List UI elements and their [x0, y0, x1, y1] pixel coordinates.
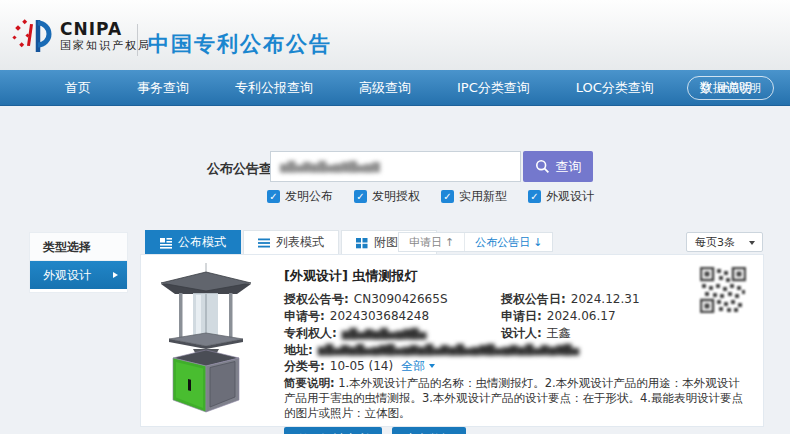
patent-actions: 外观设计专利 事务数据	[284, 427, 704, 434]
search-input-masked-value: ▆█▅▇▆█▅▆▇█▅▆▇	[280, 161, 380, 172]
classification-row: 分类号: 10-05 (14) 全部	[284, 358, 704, 374]
design-patent-button[interactable]: 外观设计专利	[284, 427, 382, 434]
field-label: 分类号:	[284, 358, 325, 374]
filter-label: 实用新型	[459, 188, 507, 205]
results-toolbar: 公布模式 列表模式 附图模式	[140, 228, 764, 254]
filter-label: 发明公布	[285, 188, 333, 205]
filter-label: 外观设计	[546, 188, 594, 205]
field-label: 地址:	[284, 342, 313, 358]
sort-controls: 申请日 ↑ 公布公告日 ↓	[398, 232, 553, 252]
classification-value: 10-05 (14)	[330, 358, 393, 374]
filter-label: 发明授权	[372, 188, 420, 205]
grant-date: 2024.12.31	[571, 291, 640, 308]
header-divider	[137, 24, 138, 56]
expand-all-link[interactable]: 全部	[401, 358, 435, 374]
insect-lamp-image	[149, 263, 264, 419]
sort-by-application-date[interactable]: 申请日 ↑	[399, 233, 464, 251]
filter-invention-publication[interactable]: 发明公布	[267, 188, 333, 205]
nav-item-loc-query[interactable]: LOC分类查询	[553, 79, 677, 97]
publish-mode-icon	[160, 237, 172, 249]
field-label: 授权公告日:	[501, 291, 566, 308]
patent-thumbnail[interactable]	[149, 263, 267, 419]
type-sidebar: 类型选择 外观设计	[30, 233, 127, 292]
nav-item-gazette-query[interactable]: 专利公报查询	[212, 79, 336, 97]
filter-design[interactable]: 外观设计	[528, 188, 594, 205]
page-header: CNIPA 国家知识产权局 中国专利公布公告	[0, 0, 790, 70]
grid-mode-icon	[356, 237, 368, 249]
usage-help-button[interactable]: 使用说明	[687, 76, 774, 100]
application-date: 2024.06.17	[547, 308, 616, 325]
application-number: 2024303684248	[330, 308, 429, 325]
field-label: 申请号:	[284, 308, 325, 325]
search-icon	[535, 159, 550, 174]
main-nav: 首页 事务查询 专利公报查询 高级查询 IPC分类查询 LOC分类查询 数据说明…	[0, 70, 790, 106]
qr-code[interactable]	[700, 267, 746, 313]
sort-label: 公布公告日	[475, 235, 530, 250]
lightbulb-icon	[700, 81, 712, 95]
tab-label: 列表模式	[276, 234, 324, 251]
checkbox-checked-icon[interactable]	[267, 190, 280, 203]
filter-invention-grant[interactable]: 发明授权	[354, 188, 420, 205]
view-mode-tabs: 公布模式 列表模式 附图模式	[145, 230, 439, 254]
filter-utility-model[interactable]: 实用新型	[441, 188, 507, 205]
designer-name: 王鑫	[547, 325, 571, 342]
search-button[interactable]: 查询	[523, 151, 593, 182]
nav-item-transaction-query[interactable]: 事务查询	[114, 79, 212, 97]
sort-by-publication-date[interactable]: 公布公告日 ↓	[464, 233, 552, 251]
chevron-right-icon	[113, 272, 118, 278]
detail-row: 申请号: 2024303684248 申请日: 2024.06.17	[284, 308, 704, 325]
field-label: 专利权人:	[284, 325, 337, 342]
nav-item-ipc-query[interactable]: IPC分类查询	[434, 79, 553, 97]
search-input[interactable]: ▆█▅▇▆█▅▆▇█▅▆▇	[270, 151, 521, 182]
checkbox-checked-icon[interactable]	[441, 190, 454, 203]
results-main: 公布模式 列表模式 附图模式	[140, 228, 764, 427]
address-row: 地址: ▆█▅▇▆█▅▆▇█▅▆▇▆█▅▇▆█▅▆▇█▅▆▇▆█▅▇▆▇█▅	[284, 342, 754, 358]
grant-number: CN309042665S	[354, 291, 448, 308]
page-size-value: 每页3条	[695, 235, 735, 250]
page-size-select[interactable]: 每页3条	[686, 232, 763, 252]
brief-description: 简要说明: 1.本外观设计产品的名称：虫情测报灯。2.本外观设计产品的用途：本外…	[284, 376, 751, 421]
tab-list-mode[interactable]: 列表模式	[243, 230, 339, 254]
field-label: 授权公告号:	[284, 291, 349, 308]
nav-item-advanced-query[interactable]: 高级查询	[336, 79, 434, 97]
patent-info: [外观设计] 虫情测报灯 授权公告号: CN309042665S 授权公告日: …	[284, 267, 704, 434]
list-mode-icon	[258, 237, 270, 249]
patent-title[interactable]: [外观设计] 虫情测报灯	[284, 267, 704, 285]
chevron-down-icon	[429, 364, 435, 368]
detail-row: 授权公告号: CN309042665S 授权公告日: 2024.12.31	[284, 291, 704, 308]
tab-label: 公布模式	[178, 234, 226, 251]
sort-asc-icon: ↑	[445, 236, 454, 249]
transaction-data-button[interactable]: 事务数据	[392, 427, 466, 434]
detail-row: 专利权人: ▆█▅▇▆█▅▆▇█▅ 设计人: 王鑫	[284, 325, 704, 342]
usage-help-label: 使用说明	[717, 81, 761, 96]
checkbox-checked-icon[interactable]	[528, 190, 541, 203]
cnipa-logo: CNIPA 国家知识产权局	[12, 16, 151, 56]
site-title: 中国专利公布公告	[148, 30, 332, 58]
brief-text: 1.本外观设计产品的名称：虫情测报灯。2.本外观设计产品的用途：本外观设计产品用…	[284, 376, 743, 420]
sort-desc-icon: ↓	[533, 236, 542, 249]
chevron-down-icon	[749, 241, 755, 245]
patent-result-card: [外观设计] 虫情测报灯 授权公告号: CN309042665S 授权公告日: …	[140, 254, 764, 427]
sidebar-title: 类型选择	[30, 233, 127, 261]
tab-publish-mode[interactable]: 公布模式	[145, 230, 241, 254]
address-masked: ▆█▅▇▆█▅▆▇█▅▆▇▆█▅▇▆█▅▆▇█▅▆▇▆█▅▇▆▇█▅	[318, 342, 579, 358]
qr-code-image	[700, 267, 746, 313]
patentee-masked: ▆█▅▇▆█▅▆▇█▅	[342, 325, 427, 342]
checkbox-checked-icon[interactable]	[354, 190, 367, 203]
field-label: 设计人:	[501, 325, 542, 342]
search-button-label: 查询	[556, 158, 582, 176]
field-label: 申请日:	[501, 308, 542, 325]
sidebar-item-design[interactable]: 外观设计	[30, 261, 127, 289]
cnipa-logo-icon	[12, 16, 56, 56]
nav-item-home[interactable]: 首页	[42, 79, 114, 97]
publication-type-filters: 发明公布 发明授权 实用新型 外观设计	[267, 188, 615, 205]
brief-label: 简要说明:	[284, 376, 335, 390]
sort-label: 申请日	[409, 235, 442, 250]
sidebar-item-label: 外观设计	[43, 268, 91, 282]
expand-all-label: 全部	[401, 358, 425, 374]
